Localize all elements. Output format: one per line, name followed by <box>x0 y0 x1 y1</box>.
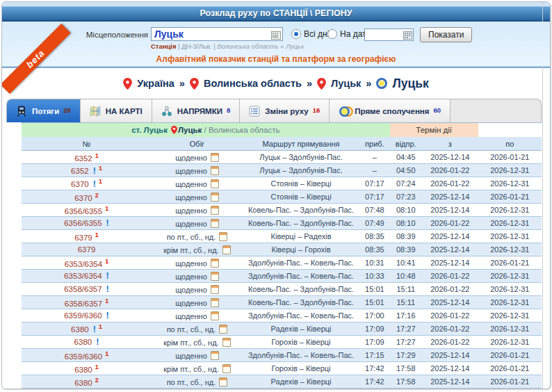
train-number-link[interactable]: 6379 <box>78 245 96 254</box>
route-cell: Здолбунів-Пас. – Ковель-Пас. <box>243 270 359 283</box>
hint-division: | ДН-3/Льв. | <box>178 42 215 50</box>
calendar-icon[interactable] <box>211 193 219 202</box>
train-number-link[interactable]: 6380 <box>74 338 92 346</box>
calendar-icon[interactable] <box>211 153 219 162</box>
calendar-icon[interactable] <box>211 166 219 175</box>
train-number-link[interactable]: 6353/6354 <box>64 272 102 280</box>
train-number-cell: 63521 <box>22 151 152 164</box>
tab-bar: Потяги20НА КАРТІНАПРЯМКИ8Зміни руху16Пря… <box>6 99 542 122</box>
arrival-time: 10:31 <box>359 256 389 270</box>
train-number-link[interactable]: 6370 <box>71 180 89 188</box>
calendar-icon[interactable] <box>211 351 219 360</box>
calendar-icon[interactable] <box>211 219 219 228</box>
circulation-cell: крім пт., сб., нд. <box>152 362 243 375</box>
alert-icon: ! <box>106 284 109 294</box>
hint-station-type: Станція <box>151 42 177 50</box>
station-prefix: ст. Луцьк <box>131 126 168 134</box>
train-number-link[interactable]: 6380 <box>74 378 92 386</box>
train-number-link[interactable]: 6358/6357 <box>65 299 102 307</box>
calendar-icon[interactable] <box>219 377 227 386</box>
circulation-cell: крім пт., сб., нд. <box>152 336 243 349</box>
all-days-label: Всі дні <box>304 29 329 39</box>
train-number-cell: 63702 <box>22 190 152 204</box>
table-row: 6356/6355!щоденноКовель-Пас. – Здолбунів… <box>22 217 542 230</box>
calendar-icon[interactable] <box>222 338 231 347</box>
map-icon <box>90 106 102 117</box>
station-list-icon[interactable] <box>271 30 281 38</box>
breadcrumb-city-link[interactable]: Луцьк <box>331 78 361 89</box>
tab-count-badge: 8 <box>227 106 230 114</box>
train-number-link[interactable]: 6358/6357 <box>64 285 102 293</box>
train-number-link[interactable]: 6356/6355 <box>64 219 102 227</box>
valid-to-date: 2026-12-31 <box>478 336 542 349</box>
valid-from-date: 2025-12-14 <box>422 151 478 164</box>
table-row: 63791по пт., сб., нд.Ківерці – Радехів08… <box>22 230 542 243</box>
valid-to-date: 2026-12-31 <box>478 270 542 283</box>
train-number-cell: 6358/6357! <box>22 283 152 296</box>
breadcrumb-country-link[interactable]: Україна <box>137 78 174 89</box>
departure-time: 10:48 <box>390 270 422 283</box>
calendar-icon[interactable] <box>211 179 219 188</box>
show-button[interactable]: Показати <box>420 27 472 42</box>
tab-directions[interactable]: НАПРЯМКИ8 <box>152 99 241 122</box>
calendar-icon[interactable] <box>219 325 227 334</box>
calendar-icon[interactable] <box>211 259 219 268</box>
arrival-time: 17:42 <box>359 375 389 389</box>
departure-time: 17:58 <box>390 375 422 389</box>
train-number-link[interactable]: 6352 <box>74 154 92 162</box>
radio-dot-icon <box>291 29 301 39</box>
circulation-cell: щоденно <box>152 177 243 190</box>
calendar-icon[interactable] <box>211 272 219 281</box>
route-cell: Ковель-Пас. – Здолбунів-Пас. <box>243 296 359 309</box>
tab-map[interactable]: НА КАРТІ <box>81 99 152 122</box>
calendar-picker-icon[interactable] <box>403 30 412 38</box>
tab-direct[interactable]: Пряме сполучення60 <box>330 99 450 122</box>
valid-from-date: 2026-01-22 <box>422 336 478 349</box>
col-arrival: приб. <box>359 137 389 151</box>
alphabetical-index-link[interactable]: Алфавітний показчик станцій та платформ … <box>2 54 550 64</box>
table-row: 63702щоденноСтоянів – Ківерці07:1707:232… <box>22 190 542 204</box>
train-number-link[interactable]: 6356/6355 <box>65 206 102 215</box>
train-number-cell: 6379 <box>22 243 152 256</box>
calendar-icon[interactable] <box>222 364 231 373</box>
breadcrumb-region-link[interactable]: Волинська область <box>204 78 302 89</box>
train-number-link[interactable]: 6379 <box>74 233 92 241</box>
radio-circle-icon <box>327 29 337 39</box>
train-number-link[interactable]: 6359/6360 <box>64 311 102 320</box>
departure-time: 20:45 <box>390 389 422 390</box>
circulation-days: щоденно <box>175 193 207 202</box>
calendar-icon[interactable] <box>211 311 219 320</box>
calendar-icon[interactable] <box>219 232 227 241</box>
train-number-link[interactable]: 6380 <box>74 365 92 373</box>
train-number-link[interactable]: 6353/6354 <box>65 259 102 268</box>
departure-time: 17:29 <box>390 349 422 362</box>
table-row: 6353/6354!щоденноЗдолбунів-Пас. – Ковель… <box>22 270 542 283</box>
station-region: / Волинська область <box>204 126 280 134</box>
tab-changes[interactable]: Зміни руху16 <box>240 99 330 122</box>
calendar-icon[interactable] <box>211 206 219 215</box>
circulation-cell: по пт., сб., нд. <box>152 375 243 389</box>
circulation-cell: щоденно <box>152 190 243 204</box>
calendar-icon[interactable] <box>222 245 231 254</box>
train-number-link[interactable]: 6352 <box>71 167 89 175</box>
station-link[interactable]: Луцьк <box>178 126 202 134</box>
train-number-cell: 6359/63601 <box>22 349 152 362</box>
empty-header-cell <box>478 123 542 138</box>
map-pin-icon <box>171 126 177 134</box>
alert-icon: ! <box>96 337 99 347</box>
tab-trains[interactable]: Потяги20 <box>7 99 81 122</box>
circulation-cell: щоденно <box>152 204 243 217</box>
train-number-link[interactable]: 6359/6360 <box>65 352 102 360</box>
circulation-days: по пт., сб., нд. <box>167 378 216 386</box>
valid-to-date: 2026-01-21 <box>478 190 542 204</box>
train-number-link[interactable]: 6380 <box>71 325 89 334</box>
table-row: 6353/63541щоденноЗдолбунів-Пас. – Ковель… <box>22 256 542 270</box>
valid-to-date: 2026-01-21 <box>478 151 542 164</box>
train-number-link[interactable]: 6370 <box>74 193 92 202</box>
table-row: 6370!1щоденноСтоянів – Ківерці07:1707:24… <box>22 177 542 190</box>
footnote-marker: 1 <box>105 205 108 212</box>
calendar-icon[interactable] <box>211 285 219 294</box>
all-days-radio[interactable]: Всі дні <box>291 29 329 39</box>
calendar-icon[interactable] <box>211 298 219 307</box>
location-input[interactable] <box>151 27 283 41</box>
